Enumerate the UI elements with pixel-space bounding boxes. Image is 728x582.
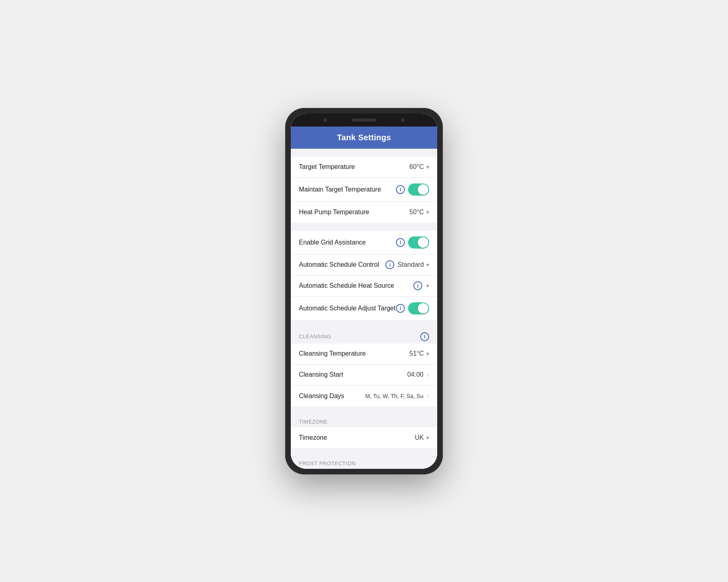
cleansing-section-info-icon[interactable]: i bbox=[420, 332, 429, 341]
camera-right-icon bbox=[401, 118, 405, 122]
cleansing-temp-label: Cleansing Temperature bbox=[299, 350, 409, 357]
grid-group: Enable Grid Assistance i Automatic Sched… bbox=[291, 231, 437, 320]
cleansing-days-value: M, Tu, W, Th, F, Sa, Su › bbox=[365, 392, 429, 400]
auto-schedule-adjust-label: Automatic Schedule Adjust Target bbox=[299, 305, 396, 312]
settings-content: Target Temperature 60°C ▾ Maintain Targe… bbox=[291, 149, 437, 469]
timezone-label: Timezone bbox=[299, 434, 415, 441]
auto-schedule-control-label: Automatic Schedule Control bbox=[299, 261, 385, 268]
auto-schedule-heat-chevron-icon: ▾ bbox=[426, 283, 429, 289]
auto-schedule-control-chevron-icon: ▾ bbox=[426, 261, 429, 268]
timezone-row[interactable]: Timezone UK ▾ bbox=[291, 427, 437, 448]
heat-pump-chevron-icon: ▾ bbox=[426, 209, 429, 215]
timezone-group: Timezone UK ▾ bbox=[291, 427, 437, 448]
cleansing-section-title: CLEANSING bbox=[299, 333, 331, 340]
camera-left-icon bbox=[323, 118, 327, 122]
maintain-target-row: Maintain Target Temperature i bbox=[291, 178, 437, 202]
frost-section-title: FROST PROTECTION bbox=[299, 460, 356, 466]
auto-schedule-adjust-row: Automatic Schedule Adjust Target i bbox=[291, 297, 437, 320]
phone-screen: Tank Settings Target Temperature 60°C ▾ … bbox=[291, 114, 437, 469]
auto-schedule-adjust-info-icon[interactable]: i bbox=[396, 304, 405, 313]
enable-grid-row: Enable Grid Assistance i bbox=[291, 231, 437, 255]
heat-pump-temp-value: 50°C ▾ bbox=[409, 209, 429, 216]
auto-schedule-control-value: Standard ▾ bbox=[398, 261, 429, 268]
gap-3 bbox=[291, 407, 437, 415]
heat-pump-temp-row[interactable]: Heat Pump Temperature 50°C ▾ bbox=[291, 202, 437, 223]
cleansing-group: Cleansing Temperature 51°C ▾ Cleansing S… bbox=[291, 344, 437, 407]
target-temp-row[interactable]: Target Temperature 60°C ▾ bbox=[291, 157, 437, 178]
cleansing-temp-row[interactable]: Cleansing Temperature 51°C ▾ bbox=[291, 344, 437, 365]
phone-notch bbox=[291, 114, 437, 127]
maintain-target-label: Maintain Target Temperature bbox=[299, 186, 396, 193]
target-temp-value: 60°C ▾ bbox=[409, 163, 429, 171]
auto-schedule-heat-label: Automatic Schedule Heat Source bbox=[299, 282, 413, 289]
enable-grid-info-icon[interactable]: i bbox=[396, 238, 405, 247]
auto-schedule-adjust-toggle[interactable] bbox=[408, 302, 429, 314]
timezone-section-title: TIMEZONE bbox=[299, 419, 328, 425]
gap-4 bbox=[291, 448, 437, 456]
auto-schedule-control-info-icon[interactable]: i bbox=[385, 260, 394, 269]
cleansing-start-label: Cleansing Start bbox=[299, 371, 407, 378]
gap-2 bbox=[291, 320, 437, 328]
cleansing-start-chevron-icon: › bbox=[427, 371, 429, 379]
cleansing-days-label: Cleansing Days bbox=[299, 392, 365, 400]
speaker-icon bbox=[352, 118, 376, 122]
timezone-section-header: TIMEZONE bbox=[291, 415, 437, 427]
cleansing-temp-chevron-icon: ▾ bbox=[426, 350, 429, 357]
cleansing-temp-value: 51°C ▾ bbox=[409, 350, 429, 357]
auto-schedule-heat-info-icon[interactable]: i bbox=[413, 281, 422, 290]
phone-device: Tank Settings Target Temperature 60°C ▾ … bbox=[285, 108, 443, 474]
temperature-group: Target Temperature 60°C ▾ Maintain Targe… bbox=[291, 157, 437, 223]
cleansing-days-chevron-icon: › bbox=[427, 392, 429, 400]
auto-schedule-control-row[interactable]: Automatic Schedule Control i Standard ▾ bbox=[291, 255, 437, 276]
app-header: Tank Settings bbox=[291, 127, 437, 149]
frost-section-header: FROST PROTECTION bbox=[291, 456, 437, 469]
heat-pump-temp-label: Heat Pump Temperature bbox=[299, 209, 409, 216]
cleansing-section-header: CLEANSING i bbox=[291, 328, 437, 344]
cleansing-days-row[interactable]: Cleansing Days M, Tu, W, Th, F, Sa, Su › bbox=[291, 386, 437, 407]
timezone-value: UK ▾ bbox=[415, 434, 429, 441]
auto-schedule-heat-value: ▾ bbox=[425, 283, 429, 289]
target-temp-label: Target Temperature bbox=[299, 163, 409, 171]
gap-1 bbox=[291, 223, 437, 231]
timezone-chevron-icon: ▾ bbox=[426, 434, 429, 441]
target-temp-chevron-icon: ▾ bbox=[426, 164, 429, 170]
enable-grid-toggle[interactable] bbox=[408, 236, 429, 249]
gap-top bbox=[291, 149, 437, 157]
cleansing-start-value: 04:00 › bbox=[407, 371, 429, 379]
enable-grid-label: Enable Grid Assistance bbox=[299, 239, 396, 246]
maintain-target-toggle[interactable] bbox=[408, 183, 429, 196]
maintain-target-info-icon[interactable]: i bbox=[396, 185, 405, 194]
page-title: Tank Settings bbox=[337, 133, 391, 142]
auto-schedule-heat-row[interactable]: Automatic Schedule Heat Source i ▾ bbox=[291, 276, 437, 297]
cleansing-start-row[interactable]: Cleansing Start 04:00 › bbox=[291, 365, 437, 386]
